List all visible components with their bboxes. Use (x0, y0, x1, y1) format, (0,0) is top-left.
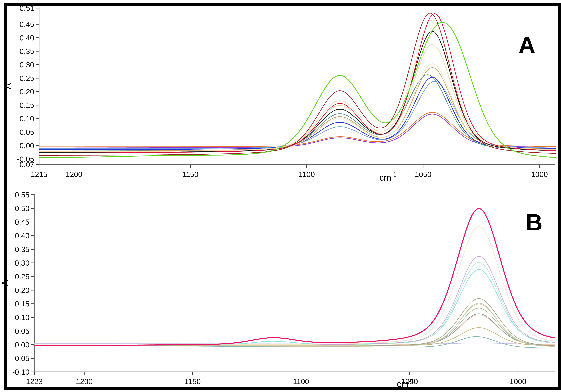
spectrum-magenta (34, 208, 555, 346)
x-tick-label: 1100 (299, 170, 315, 179)
x-tick-label: 1150 (184, 377, 201, 386)
y-tick-label: 0.30 (15, 259, 30, 267)
y-tick-label: 0.35 (20, 47, 34, 55)
y-tick-label: 0.25 (15, 272, 30, 281)
x-tick-label: 1000 (531, 170, 548, 179)
y-tick-label: 0.20 (20, 87, 34, 96)
x-tick-label: 1215 (31, 170, 48, 179)
panel-b: 0.550.500.450.400.350.300.250.200.150.10… (0, 191, 555, 389)
spectrum-olive-gray (34, 298, 555, 346)
y-tick-label: 0.05 (15, 327, 30, 335)
figure-canvas: 0.510.450.400.350.300.250.200.150.100.05… (0, 0, 561, 392)
y-tick-label: -0.07 (17, 160, 34, 169)
x-tick-label: 1000 (509, 377, 526, 386)
figure: 0.510.450.400.350.300.250.200.150.100.05… (0, 0, 561, 392)
y-tick-label: 0.25 (20, 74, 34, 82)
y-axis-title: A (0, 280, 10, 286)
y-tick-label: 0.55 (15, 191, 30, 199)
y-tick-label: 0.00 (20, 141, 34, 150)
panel-letter: A (518, 32, 535, 58)
x-tick-label: 1200 (76, 377, 93, 386)
spectrum-pale-cream (34, 227, 555, 345)
spectrum-peach (39, 20, 556, 152)
panel-a: 0.510.450.400.350.300.250.200.150.100.05… (2, 4, 556, 183)
x-tick-label: 1223 (26, 377, 43, 386)
x-tick-label: 1100 (293, 377, 309, 386)
spectrum-slate-gray (34, 314, 555, 346)
y-tick-label: 0.15 (20, 101, 34, 109)
x-tick-label: 1150 (182, 170, 198, 179)
figure-border (5, 5, 559, 389)
y-tick-label: 0.10 (15, 313, 30, 322)
y-tick-label: -0.10 (12, 368, 30, 376)
y-tick-label: 0.35 (15, 245, 30, 254)
x-tick-label: 1050 (415, 170, 432, 179)
spectrum-wheat (39, 44, 556, 152)
y-tick-label: 0.45 (20, 20, 34, 29)
x-axis-title: cm-1 (379, 171, 396, 183)
x-tick-label: 1200 (65, 170, 82, 179)
y-tick-label: 0.40 (20, 33, 34, 42)
y-tick-label: 0.00 (15, 340, 30, 349)
y-tick-label: 0.20 (15, 286, 30, 294)
y-tick-label: 0.40 (15, 231, 30, 240)
y-tick-label: -0.05 (12, 354, 30, 363)
y-tick-label: 0.30 (20, 61, 34, 69)
y-tick-label: 0.45 (15, 218, 30, 226)
spectrum-green (39, 22, 556, 158)
spectrum-crimson (39, 13, 556, 153)
y-tick-label: 0.05 (20, 128, 34, 136)
panel-letter: B (526, 209, 542, 235)
y-axis-title: A (2, 83, 13, 89)
spectrum-lavender (34, 343, 555, 344)
spectrum-pale-aqua (34, 262, 555, 345)
spectrum-salmon (34, 315, 555, 345)
y-tick-label: 0.50 (15, 204, 30, 213)
y-tick-label: 0.15 (15, 300, 30, 308)
spectrum-light-cyan (34, 269, 555, 345)
y-tick-label: 0.10 (20, 114, 34, 123)
y-tick-label: 0.51 (20, 4, 34, 12)
